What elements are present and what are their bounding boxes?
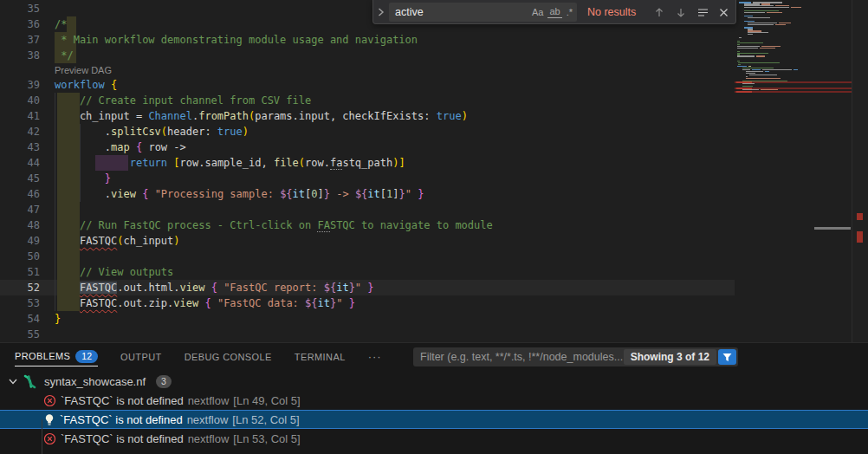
- code-line[interactable]: 37 * Main workflow demonstrating module …: [0, 32, 735, 48]
- problem-location: [Ln 53, Col 5]: [233, 432, 300, 445]
- problem-row[interactable]: `FASTQC` is not definednextflow[Ln 49, C…: [0, 391, 868, 410]
- line-content: // Run FastQC process - Ctrl-click on FA…: [40, 217, 493, 233]
- problems-tree: syntax_showcase.nf 3 `FASTQC` is not def…: [0, 372, 868, 448]
- line-content: // View outputs: [40, 264, 173, 280]
- previous-match-icon[interactable]: [652, 5, 666, 19]
- codelens-link[interactable]: Preview DAG: [40, 63, 112, 77]
- tab-label: TERMINAL: [295, 352, 346, 362]
- codelens-row: Preview DAG: [0, 63, 735, 77]
- line-content: .map { row ->: [40, 139, 186, 155]
- code-line[interactable]: 52 FASTQC.out.html.view { "FastQC report…: [0, 280, 735, 295]
- problem-location: [Ln 49, Col 5]: [233, 394, 300, 407]
- problem-location: [Ln 52, Col 5]: [232, 413, 299, 426]
- line-number: 55: [0, 327, 40, 342]
- line-content: FASTQC.out.zip.view { "FastQC data: ${it…: [40, 295, 355, 311]
- line-number: 43: [0, 139, 40, 155]
- tab-problems[interactable]: PROBLEMS 12: [15, 347, 98, 366]
- more-tabs-icon[interactable]: ···: [368, 350, 382, 363]
- line-number: 44: [0, 155, 40, 171]
- line-content: .splitCsv(header: true): [40, 124, 249, 139]
- code-line[interactable]: 46 .view { "Processing sample: ${it[0]} …: [0, 186, 735, 202]
- line-content: FASTQC(ch_input): [40, 233, 180, 249]
- line-number: 50: [0, 249, 40, 264]
- tab-terminal[interactable]: TERMINAL: [295, 347, 346, 366]
- minimap-error-bar: [735, 88, 852, 90]
- code-line[interactable]: 38 */: [0, 48, 735, 63]
- line-number: 53: [0, 295, 40, 311]
- code-line[interactable]: 55: [0, 327, 735, 342]
- code-line[interactable]: 40 // Create input channel from CSV file: [0, 93, 735, 108]
- find-results-status: No results: [587, 6, 648, 18]
- code-line[interactable]: 50: [0, 249, 735, 264]
- code-line[interactable]: 42 .splitCsv(header: true): [0, 124, 735, 139]
- whole-word-icon[interactable]: ab: [547, 5, 561, 18]
- code-line[interactable]: 51 // View outputs: [0, 264, 735, 280]
- problem-source: nextflow: [188, 432, 230, 445]
- bottom-panel: PROBLEMS 12 OUTPUT DEBUG CONSOLE TERMINA…: [0, 342, 868, 454]
- vscode-window: 3536/*37 * Main workflow demonstrating m…: [0, 0, 868, 454]
- line-content: }: [40, 311, 61, 327]
- match-case-icon[interactable]: Aa: [530, 6, 545, 18]
- error-icon: [43, 432, 56, 445]
- code-line[interactable]: 45 }: [0, 171, 735, 186]
- minimap[interactable]: [735, 0, 852, 342]
- close-find-icon[interactable]: [716, 5, 730, 19]
- line-content: ch_input = Channel.fromPath(params.input…: [40, 108, 468, 124]
- line-content: */: [40, 48, 74, 63]
- code-editor[interactable]: 3536/*37 * Main workflow demonstrating m…: [0, 0, 868, 342]
- tab-label: PROBLEMS: [15, 351, 70, 361]
- ruler-error-mark: [857, 213, 863, 220]
- overview-ruler[interactable]: [852, 0, 868, 342]
- code-line[interactable]: 39workflow {: [0, 77, 735, 93]
- line-number: 51: [0, 264, 40, 280]
- line-content: // Create input channel from CSV file: [40, 93, 311, 108]
- line-number: 41: [0, 108, 40, 124]
- problem-message: `FASTQC` is not defined: [61, 432, 184, 445]
- problems-filter-input[interactable]: Filter (e.g. text, **/*.ts, !**/node_mod…: [413, 347, 738, 366]
- panel-header: PROBLEMS 12 OUTPUT DEBUG CONSOLE TERMINA…: [0, 343, 868, 370]
- minimap-error-bar: [735, 81, 852, 84]
- file-problem-count-badge: 3: [156, 375, 172, 388]
- regex-icon[interactable]: .*: [565, 6, 574, 18]
- code-lines[interactable]: 3536/*37 * Main workflow demonstrating m…: [0, 1, 735, 342]
- line-content: * Main workflow demonstrating module usa…: [40, 32, 418, 48]
- line-number: 52: [0, 280, 40, 295]
- find-input[interactable]: active Aa ab .*: [389, 3, 577, 22]
- code-line[interactable]: 53 FASTQC.out.zip.view { "FastQC data: $…: [0, 295, 735, 311]
- code-line[interactable]: 48 // Run FastQC process - Ctrl-click on…: [0, 217, 735, 233]
- line-number: 37: [0, 32, 40, 48]
- code-line[interactable]: 54}: [0, 311, 735, 327]
- line-content: FASTQC.out.html.view { "FastQC report: $…: [40, 280, 374, 295]
- find-range-highlight: [57, 249, 80, 264]
- code-line[interactable]: 41 ch_input = Channel.fromPath(params.in…: [0, 108, 735, 124]
- line-content: /*: [40, 16, 67, 32]
- find-options: Aa ab .*: [530, 3, 574, 22]
- tab-debug-console[interactable]: DEBUG CONSOLE: [185, 347, 272, 366]
- find-in-selection-icon[interactable]: [696, 5, 709, 19]
- line-number: 54: [0, 311, 40, 327]
- find-query: active: [395, 6, 424, 18]
- code-line[interactable]: 47: [0, 202, 735, 217]
- code-line[interactable]: 49 FASTQC(ch_input): [0, 233, 735, 249]
- problem-message: `FASTQC` is not defined: [60, 413, 183, 426]
- line-number: 48: [0, 217, 40, 233]
- filter-funnel-icon[interactable]: [718, 349, 736, 365]
- line-number: 47: [0, 202, 40, 217]
- tab-output[interactable]: OUTPUT: [120, 347, 162, 366]
- problem-row[interactable]: `FASTQC` is not definednextflow[Ln 52, C…: [0, 410, 868, 429]
- next-match-icon[interactable]: [674, 5, 688, 19]
- problem-source: nextflow: [188, 394, 230, 407]
- toggle-replace-icon[interactable]: [373, 4, 389, 20]
- problem-row[interactable]: `FASTQC` is not definednextflow[Ln 53, C…: [0, 429, 868, 448]
- tab-label: OUTPUT: [120, 352, 162, 362]
- ruler-error-mark: [857, 231, 863, 243]
- code-line[interactable]: 44 return [row.sample_id, file(row.fastq…: [0, 155, 735, 171]
- minimap-error-bar: [735, 91, 852, 94]
- file-name: syntax_showcase.nf: [44, 375, 146, 388]
- filter-placeholder: Filter (e.g. text, **/*.ts, !**/node_mod…: [413, 351, 624, 363]
- line-content: workflow {: [40, 77, 117, 93]
- find-range-highlight: [57, 202, 80, 217]
- line-number: 38: [0, 48, 40, 63]
- code-line[interactable]: 43 .map { row ->: [0, 139, 735, 155]
- problems-file-row[interactable]: syntax_showcase.nf 3: [0, 372, 868, 391]
